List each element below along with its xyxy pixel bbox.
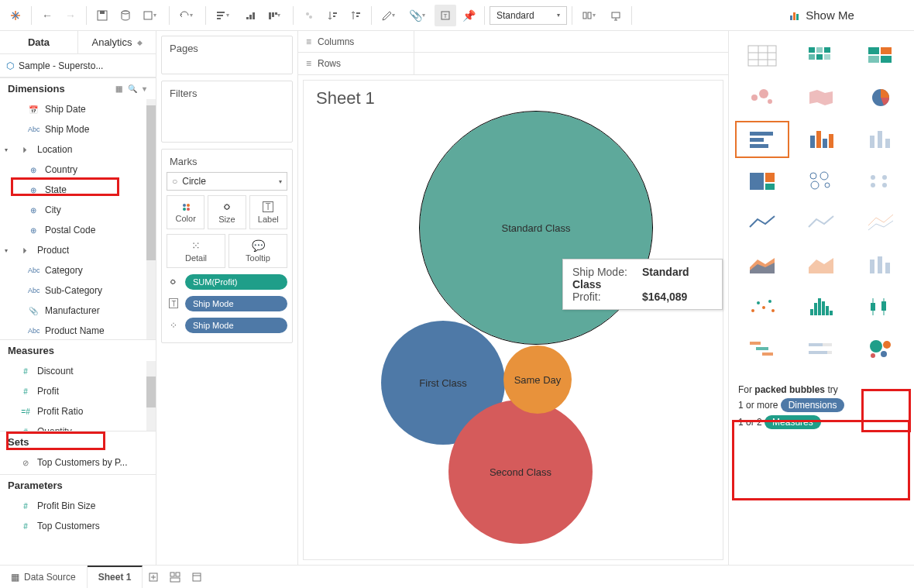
showme-tree[interactable] bbox=[735, 163, 789, 200]
marks-detail[interactable]: ⁙Detail bbox=[167, 234, 225, 268]
showme-area2[interactable] bbox=[794, 246, 848, 284]
svg-rect-26 bbox=[588, 12, 591, 19]
pill-sum-profit-[interactable]: ⭘SUM(Profit) bbox=[167, 273, 287, 291]
labels-icon[interactable]: T bbox=[435, 5, 456, 26]
back-icon[interactable]: ← bbox=[36, 5, 58, 26]
highlight-icon[interactable]: ▾ bbox=[376, 5, 403, 26]
marks-color[interactable]: Color bbox=[167, 195, 204, 229]
attach-icon[interactable]: 📎▾ bbox=[404, 5, 433, 26]
new-worksheet-button[interactable] bbox=[143, 566, 164, 588]
tab-analytics[interactable]: Analytics◆ bbox=[77, 31, 156, 53]
showme-heat[interactable] bbox=[794, 37, 848, 74]
field-product[interactable]: ▾🞂Product bbox=[0, 240, 156, 260]
datasource-tab[interactable]: ▦Data Source bbox=[0, 566, 88, 588]
sort-asc-icon[interactable] bbox=[239, 5, 260, 26]
new-sheet-icon[interactable]: ▾ bbox=[138, 5, 164, 26]
pages-shelf[interactable]: Pages bbox=[161, 36, 293, 74]
showme-line3[interactable] bbox=[854, 205, 908, 242]
field-ship-date[interactable]: 📅Ship Date bbox=[0, 99, 156, 119]
scrollbar[interactable] bbox=[146, 361, 156, 431]
group-icon[interactable] bbox=[298, 5, 320, 26]
showme-circle[interactable] bbox=[794, 163, 848, 200]
showme-map2[interactable] bbox=[794, 79, 848, 116]
sort-a-icon[interactable] bbox=[321, 5, 343, 26]
svg-point-105 bbox=[881, 351, 887, 357]
svg-rect-102 bbox=[809, 351, 827, 354]
showme-sbs[interactable] bbox=[854, 163, 908, 200]
viz-canvas[interactable]: Sheet 1 Standard ClassFirst ClassSecond … bbox=[303, 80, 723, 560]
showme-bullet[interactable] bbox=[794, 330, 848, 367]
columns-shelf[interactable]: ≡Columns bbox=[298, 31, 728, 53]
present-icon[interactable] bbox=[605, 5, 627, 26]
svg-rect-44 bbox=[816, 54, 823, 60]
new-dashboard-button[interactable] bbox=[164, 566, 186, 588]
marks-tooltip[interactable]: 💬Tooltip bbox=[228, 234, 287, 268]
field-category[interactable]: AbcCategory bbox=[0, 260, 156, 280]
field-country[interactable]: ⊕Country bbox=[0, 160, 156, 180]
showme-header[interactable]: Show Me bbox=[729, 0, 914, 31]
showme-hbar[interactable] bbox=[735, 121, 789, 158]
cards-icon[interactable]: ▾ bbox=[577, 5, 603, 26]
new-datasource-icon[interactable] bbox=[115, 5, 136, 26]
field-manufacturer[interactable]: 📎Manufacturer bbox=[0, 301, 156, 321]
mark-type-dropdown[interactable]: ○Circle▾ bbox=[167, 172, 287, 191]
swap-icon[interactable]: ▾ bbox=[211, 5, 237, 26]
svg-point-72 bbox=[871, 183, 875, 187]
marks-size[interactable]: ⭘Size bbox=[208, 195, 246, 229]
field-profit-bin-size[interactable]: #Profit Bin Size bbox=[0, 496, 156, 516]
save-icon[interactable] bbox=[91, 5, 113, 26]
undo-icon[interactable]: ▾ bbox=[174, 5, 201, 26]
dimensions-tools[interactable]: ▦ 🔍 ▾ bbox=[115, 84, 148, 93]
showme-gantt[interactable] bbox=[735, 330, 789, 367]
field-sub-category[interactable]: AbcSub-Category bbox=[0, 280, 156, 301]
sort-d-icon[interactable] bbox=[345, 5, 366, 26]
svg-rect-35 bbox=[748, 46, 776, 66]
filters-shelf[interactable]: Filters bbox=[161, 81, 293, 143]
field-postal-code[interactable]: ⊕Postal Code bbox=[0, 220, 156, 240]
showme-map1[interactable] bbox=[735, 79, 789, 116]
field-top-customers[interactable]: #Top Customers bbox=[0, 516, 156, 536]
field-product-name[interactable]: AbcProduct Name bbox=[0, 321, 156, 339]
showme-line2[interactable] bbox=[794, 205, 848, 242]
showme-scatter[interactable] bbox=[735, 288, 789, 325]
scrollbar[interactable] bbox=[146, 99, 156, 339]
svg-rect-87 bbox=[814, 303, 817, 315]
sort-desc-icon[interactable]: ▾ bbox=[262, 5, 288, 26]
field-top-customers-by-p-[interactable]: ⊘Top Customers by P... bbox=[0, 452, 156, 473]
field-profit[interactable]: #Profit bbox=[0, 381, 156, 401]
field-location[interactable]: ▾🞂Location bbox=[0, 139, 156, 160]
bubble-same-day[interactable]: Same Day bbox=[503, 346, 572, 414]
showme-bubble[interactable] bbox=[854, 330, 908, 367]
field-discount[interactable]: #Discount bbox=[0, 361, 156, 381]
bubble-second-class[interactable]: Second Class bbox=[448, 400, 593, 544]
field-city[interactable]: ⊕City bbox=[0, 200, 156, 220]
showme-table[interactable] bbox=[735, 37, 789, 74]
showme-pie[interactable] bbox=[854, 79, 908, 116]
dimension-items: 📅Ship DateAbcShip Mode▾🞂Location⊕Country… bbox=[0, 99, 156, 339]
svg-rect-48 bbox=[868, 56, 879, 63]
pill-ship-mode[interactable]: 🅃Ship Mode bbox=[167, 294, 287, 313]
datasource-row[interactable]: ⬡ Sample - Supersto... bbox=[0, 54, 156, 77]
new-story-button[interactable] bbox=[186, 566, 208, 588]
forward-icon[interactable]: → bbox=[60, 5, 81, 26]
showme-area1[interactable] bbox=[735, 246, 789, 284]
field-state[interactable]: ⊕State bbox=[0, 180, 156, 200]
showme-line1[interactable] bbox=[735, 205, 789, 242]
pin-icon[interactable]: 📌 bbox=[458, 5, 479, 26]
showme-vbar2[interactable] bbox=[854, 121, 908, 158]
marks-label[interactable]: 🅃Label bbox=[249, 195, 287, 229]
showme-area3[interactable] bbox=[854, 246, 908, 284]
sheet-tab[interactable]: Sheet 1 bbox=[88, 566, 143, 588]
showme-box[interactable] bbox=[854, 288, 908, 325]
fit-dropdown[interactable]: Standard▾ bbox=[490, 6, 567, 25]
showme-highlight[interactable] bbox=[854, 37, 908, 74]
field-quantity[interactable]: #Quantity bbox=[0, 421, 156, 431]
showme-vbar[interactable] bbox=[794, 121, 848, 158]
tab-data[interactable]: Data bbox=[0, 31, 77, 53]
showme-hist[interactable] bbox=[794, 288, 848, 325]
field-profit-ratio[interactable]: =#Profit Ratio bbox=[0, 401, 156, 421]
rows-shelf[interactable]: ≡Rows bbox=[298, 53, 728, 74]
pill-ship-mode[interactable]: ⁘Ship Mode bbox=[167, 316, 287, 335]
field-ship-mode[interactable]: AbcShip Mode bbox=[0, 119, 156, 139]
logo-icon[interactable] bbox=[5, 5, 26, 26]
